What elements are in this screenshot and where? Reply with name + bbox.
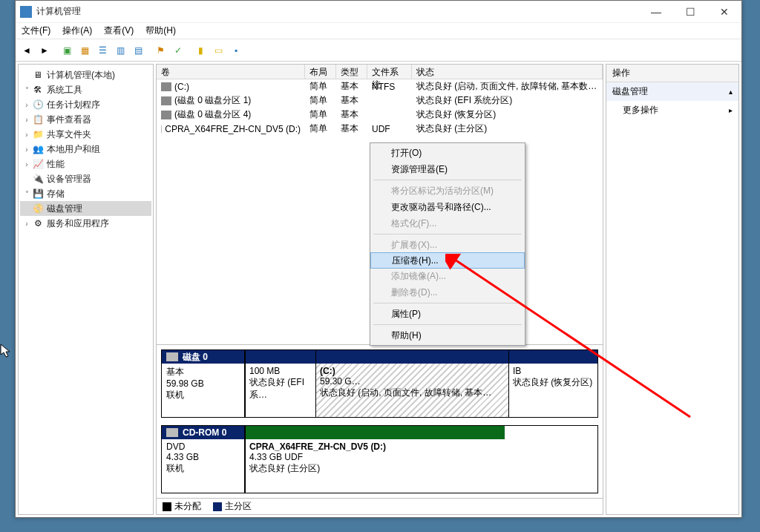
ctx-extend: 扩展卷(X)... bbox=[370, 237, 525, 253]
volume-row[interactable]: (磁盘 0 磁盘分区 1)简单基本状态良好 (EFI 系统分区) bbox=[157, 93, 603, 108]
properties-button[interactable]: ▦ bbox=[76, 42, 93, 59]
disk-map: 磁盘 0 基本 59.98 GB 联机 100 MB 状态良好 (EFI 系… bbox=[157, 344, 603, 498]
menu-file[interactable]: 文件(F) bbox=[22, 24, 50, 37]
tree-perf[interactable]: ›📈性能 bbox=[20, 157, 151, 171]
volume-row[interactable]: (磁盘 0 磁盘分区 4)简单基本状态良好 (恢复分区) bbox=[157, 108, 603, 122]
ctx-explorer[interactable]: 资源管理器(E) bbox=[370, 161, 525, 177]
menu-action[interactable]: 操作(A) bbox=[62, 24, 92, 37]
tree-event[interactable]: ›📋事件查看器 bbox=[20, 112, 151, 127]
actions-more[interactable]: 更多操作▸ bbox=[606, 101, 738, 119]
help-button[interactable]: ⚑ bbox=[152, 42, 168, 59]
cdrom-part[interactable]: CPRA_X64FRE_ZH-CN_DV5 (D:) 4.33 GB UDF 状… bbox=[245, 426, 505, 493]
up-button[interactable]: ▣ bbox=[59, 42, 75, 59]
tree-storage[interactable]: ˅💾存储 bbox=[20, 186, 151, 201]
window-title: 计算机管理 bbox=[36, 5, 81, 18]
cdrom-icon bbox=[166, 428, 178, 437]
list-button[interactable]: ▤ bbox=[130, 42, 146, 59]
menubar: 文件(F) 操作(A) 查看(V) 帮助(H) bbox=[16, 23, 741, 39]
disk0-info: 磁盘 0 基本 59.98 GB 联机 bbox=[162, 350, 245, 417]
ctx-shrink[interactable]: 压缩卷(H)... bbox=[370, 252, 525, 269]
volume-list[interactable]: (C:)简单基本NTFS状态良好 (启动, 页面文件, 故障转储, 基本数据分…… bbox=[157, 79, 603, 136]
refresh-button[interactable]: ☰ bbox=[94, 42, 111, 59]
volume-header: 卷 布局 类型 文件系统 状态 bbox=[157, 65, 603, 79]
tree-systools[interactable]: ˅🛠系统工具 bbox=[20, 82, 151, 97]
volume-row[interactable]: CPRA_X64FRE_ZH-CN_DV5 (D:)简单基本UDF状态良好 (主… bbox=[157, 122, 603, 136]
ctx-format: 格式化(F)... bbox=[370, 215, 525, 231]
disk0-part1[interactable]: 100 MB 状态良好 (EFI 系… bbox=[245, 350, 315, 417]
col-volume[interactable]: 卷 bbox=[157, 65, 305, 79]
disk-icon bbox=[166, 352, 178, 361]
close-button[interactable]: ✕ bbox=[707, 1, 741, 23]
disk0-part2[interactable]: (C:) 59.30 G… 状态良好 (启动, 页面文件, 故障转储, 基本… bbox=[315, 350, 508, 417]
col-type[interactable]: 类型 bbox=[336, 65, 367, 79]
cdrom-info: CD-ROM 0 DVD 4.33 GB 联机 bbox=[162, 426, 245, 493]
ctx-mirror: 添加镜像(A)... bbox=[370, 268, 525, 284]
cdrom-row[interactable]: CD-ROM 0 DVD 4.33 GB 联机 CPRA_X64FRE_ZH-C… bbox=[161, 425, 598, 493]
actions-header: 操作 bbox=[606, 65, 738, 82]
menu-view[interactable]: 查看(V) bbox=[104, 24, 134, 37]
nav-tree[interactable]: 🖥计算机管理(本地) ˅🛠系统工具 ›🕒任务计划程序 ›📋事件查看器 ›📁共享文… bbox=[18, 64, 154, 515]
tree-devmgr[interactable]: 🔌设备管理器 bbox=[20, 171, 151, 186]
ctx-mark: 将分区标记为活动分区(M) bbox=[370, 183, 525, 199]
tree-services[interactable]: ›⚙服务和应用程序 bbox=[20, 216, 151, 231]
col-fs[interactable]: 文件系统 bbox=[367, 65, 412, 79]
tree-task[interactable]: ›🕒任务计划程序 bbox=[20, 97, 151, 112]
maximize-button[interactable]: ☐ bbox=[673, 1, 707, 23]
titlebar: 计算机管理 — ☐ ✕ bbox=[16, 1, 741, 23]
ctx-open[interactable]: 打开(O) bbox=[370, 145, 525, 161]
context-menu: 打开(O) 资源管理器(E) 将分区标记为活动分区(M) 更改驱动器号和路径(C… bbox=[370, 142, 525, 346]
volume-row[interactable]: (C:)简单基本NTFS状态良好 (启动, 页面文件, 故障转储, 基本数据分… bbox=[157, 79, 603, 93]
forward-button[interactable]: ► bbox=[36, 42, 53, 59]
tree-root[interactable]: 🖥计算机管理(本地) bbox=[20, 68, 151, 82]
ctx-delete: 删除卷(D)... bbox=[370, 284, 525, 301]
new-button[interactable]: ▮ bbox=[192, 42, 209, 59]
ctx-prop[interactable]: 属性(P) bbox=[370, 306, 525, 322]
ctx-help[interactable]: 帮助(H) bbox=[370, 327, 525, 344]
ctx-change[interactable]: 更改驱动器号和路径(C)... bbox=[370, 199, 525, 215]
col-status[interactable]: 状态 bbox=[412, 65, 603, 79]
tree-users[interactable]: ›👥本地用户和组 bbox=[20, 142, 151, 157]
minimize-button[interactable]: — bbox=[639, 1, 673, 23]
back-button[interactable]: ◄ bbox=[19, 42, 35, 59]
menu-help[interactable]: 帮助(H) bbox=[145, 24, 176, 37]
tree-shared[interactable]: ›📁共享文件夹 bbox=[20, 127, 151, 142]
actions-pane: 操作 磁盘管理▴ 更多操作▸ bbox=[606, 64, 739, 515]
disk0-part3[interactable]: IB 状态良好 (恢复分区) bbox=[508, 350, 597, 417]
settings-button[interactable]: ▪ bbox=[228, 42, 244, 59]
toolbar: ◄ ► ▣ ▦ ☰ ▥ ▤ ⚑ ✓ ▮ ▭ ▪ bbox=[16, 39, 741, 62]
export-button[interactable]: ▥ bbox=[112, 42, 128, 59]
folder-button[interactable]: ▭ bbox=[210, 42, 226, 59]
app-icon bbox=[20, 6, 32, 18]
col-layout[interactable]: 布局 bbox=[305, 65, 336, 79]
disk0-row[interactable]: 磁盘 0 基本 59.98 GB 联机 100 MB 状态良好 (EFI 系… bbox=[161, 349, 598, 418]
mouse-cursor-icon bbox=[0, 344, 12, 358]
tree-diskmgmt[interactable]: 📀磁盘管理 bbox=[20, 201, 151, 216]
actions-section[interactable]: 磁盘管理▴ bbox=[606, 82, 738, 101]
legend: 未分配 主分区 bbox=[157, 498, 603, 514]
action-button[interactable]: ✓ bbox=[170, 42, 186, 59]
